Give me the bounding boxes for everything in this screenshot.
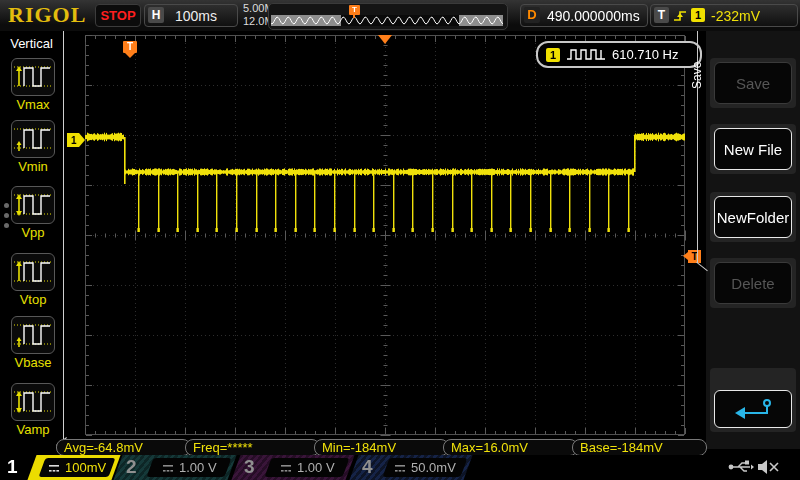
vmin-icon: [11, 120, 55, 158]
rising-edge-icon: [673, 8, 689, 23]
sidebar-item-vamp[interactable]: Vamp: [10, 383, 56, 437]
svg-text:1: 1: [71, 135, 77, 146]
freq-channel-badge: 1: [546, 48, 560, 62]
measurement-max: Max=16.0mV: [443, 439, 578, 456]
sidebar-item-vbase[interactable]: Vbase: [10, 316, 56, 370]
save-button[interactable]: Save: [714, 62, 792, 104]
channel1-scale-box[interactable]: 100mV: [39, 458, 116, 477]
return-arrow-icon: [733, 397, 773, 421]
sidebar-item-vtop[interactable]: Vtop: [10, 253, 56, 307]
trigger-source-badge: 1: [691, 8, 705, 22]
vpp-icon: [11, 186, 55, 224]
usb-icon: [728, 459, 754, 475]
channel1-number: 1: [7, 456, 18, 478]
vtop-icon: [11, 253, 55, 291]
menu-slot: [710, 368, 796, 432]
oscilloscope-screen: { "header": { "brand": "RIGOL", "run_sta…: [0, 0, 800, 480]
trigger-icon: T: [654, 7, 669, 23]
timebase-value: 100ms: [175, 8, 217, 24]
waveform-display: [0, 0, 800, 480]
channel2-scale-box[interactable]: 1.00 V: [147, 458, 232, 477]
back-button[interactable]: [714, 390, 792, 428]
page-dot: [4, 213, 9, 218]
menu-tab-save: Save: [690, 52, 706, 98]
delay-value: 490.000000ms: [547, 8, 640, 24]
ch1-level-marker[interactable]: 1: [67, 133, 86, 148]
measurement-avg: Avg=-64.8mV: [56, 439, 191, 456]
dc-coupling-icon: [48, 463, 60, 473]
menu-slot: NewFolder: [710, 192, 796, 242]
sidebar-item-vmin[interactable]: Vmin: [10, 120, 56, 174]
vamp-icon: [11, 383, 55, 421]
measurement-min: Min=-184mV: [314, 439, 449, 456]
sidebar-item-label: Vmax: [10, 97, 56, 112]
frequency-counter: 1 610.710 Hz: [536, 41, 702, 68]
measurement-freq: Freq=*****: [185, 439, 320, 456]
freq-value: 610.710 Hz: [612, 47, 679, 62]
memory-waveform-preview: [269, 4, 505, 27]
measurement-base: Base=-184mV: [572, 439, 707, 456]
trigger-time-flag: T: [123, 41, 137, 53]
channel2-number: 2: [126, 456, 137, 478]
trigger-status-box: T 1 -232mV: [650, 4, 798, 27]
channel3-number: 3: [244, 456, 255, 478]
vbase-icon: [11, 316, 55, 354]
sidebar-item-label: Vtop: [10, 292, 56, 307]
rigol-logo: RIGOL: [8, 2, 86, 28]
new-folder-button[interactable]: NewFolder: [714, 196, 792, 238]
sidebar-divider: [63, 31, 64, 439]
run-state-badge[interactable]: STOP: [95, 4, 141, 27]
vmax-icon: [11, 58, 55, 96]
dc-coupling-icon: [394, 463, 406, 473]
sidebar-item-label: Vpp: [10, 225, 56, 240]
page-dot: [4, 223, 9, 228]
new-file-button[interactable]: New File: [714, 128, 792, 170]
speaker-muted-icon: [757, 459, 781, 475]
waveform-position-bar: T: [268, 3, 508, 30]
position-trigger-marker: T: [349, 5, 360, 15]
dc-coupling-icon: [162, 463, 174, 473]
channel2-scale: 1.00 V: [179, 460, 217, 475]
delay-icon: D: [524, 7, 540, 23]
sidebar-title: Vertical: [0, 36, 63, 51]
delete-button[interactable]: Delete: [714, 262, 792, 304]
trigger-position-marker[interactable]: [378, 35, 392, 44]
channel3-scale-box[interactable]: 1.00 V: [265, 458, 350, 477]
trigger-level-value: -232mV: [711, 8, 760, 24]
horizontal-icon: H: [148, 7, 164, 23]
sidebar-item-vmax[interactable]: Vmax: [10, 58, 56, 112]
channel4-scale: 50.0mV: [411, 460, 456, 475]
top-status-bar: RIGOL STOP H 100ms 5.00MSa/s12.0M pts T …: [0, 0, 800, 32]
page-dot: [4, 203, 9, 208]
sidebar-item-vpp[interactable]: Vpp: [10, 186, 56, 240]
menu-slot: Save: [710, 58, 796, 108]
trigger-level-marker[interactable]: T: [688, 250, 701, 263]
delay-box: D 490.000000ms: [520, 4, 648, 27]
channel4-scale-box[interactable]: 50.0mV: [383, 458, 468, 477]
sidebar-item-label: Vmin: [10, 159, 56, 174]
square-wave-icon: [566, 47, 606, 62]
menu-slot: Delete: [710, 258, 796, 308]
horizontal-timebase-box[interactable]: H 100ms: [144, 4, 238, 27]
channel1-scale: 100mV: [65, 460, 106, 475]
sidebar-item-label: Vbase: [10, 355, 56, 370]
menu-slot: New File: [710, 124, 796, 174]
channel3-scale: 1.00 V: [297, 460, 335, 475]
channel4-number: 4: [362, 456, 373, 478]
dc-coupling-icon: [280, 463, 292, 473]
sidebar-item-label: Vamp: [10, 422, 56, 437]
